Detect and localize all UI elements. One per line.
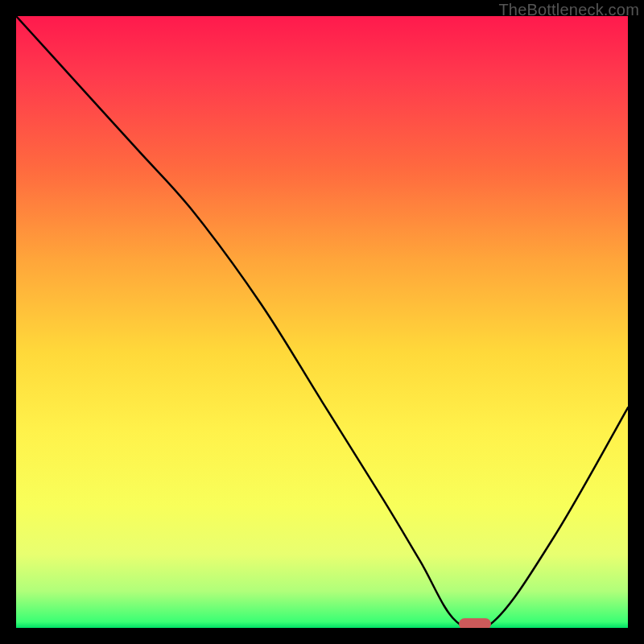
optimal-range-marker [459, 618, 491, 628]
chart-frame: TheBottleneck.com [0, 0, 644, 644]
bottleneck-curve [16, 16, 628, 628]
plot-area [16, 16, 628, 628]
